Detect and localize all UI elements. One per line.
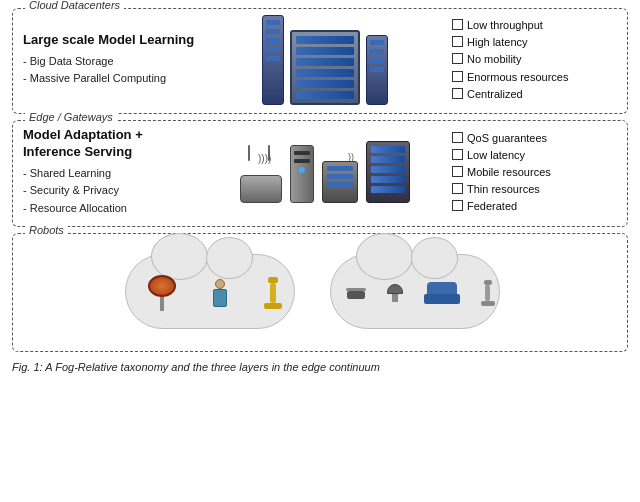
person-body [213,289,227,307]
checklist-label: Centralized [467,86,523,103]
checkbox-icon [452,19,463,30]
antenna-left [248,145,250,161]
edge-checklist-item-4: Thin resources [452,181,617,198]
device-line [327,166,353,171]
edge-content: Model Adaptation + Inference Serving Sha… [23,127,617,218]
checklist-item-2: High latency [452,34,617,51]
autonomous-car [424,282,460,304]
checkbox-icon [452,149,463,160]
edge-visual: )))) )) [206,137,444,207]
server-line [266,56,280,61]
datacenter-illustration [262,15,388,105]
rack-slot [371,176,405,183]
robot-icons-left [130,256,300,331]
cloud-bullet-1: Big Data Storage [23,53,198,71]
rack-unit [296,36,354,44]
checkbox-icon [452,53,463,64]
checkbox-icon [452,132,463,143]
checkbox-icon [452,88,463,99]
camera-mount [392,294,398,302]
edge-bullet-3: Resource Allocation [23,200,198,218]
server-rack-main [290,30,360,105]
car-body [424,294,460,304]
robot-icons-right [335,256,505,331]
checklist-label: No mobility [467,51,521,68]
server-line [370,58,384,63]
checklist-label: Thin resources [467,181,540,198]
arm-body [485,285,490,301]
server-line [370,67,384,72]
person-head [215,279,225,289]
rack-slot [371,166,405,173]
checklist-item-1: Low throughput [452,17,617,34]
checklist-item-3: No mobility [452,51,617,68]
checklist-item-5: Centralized [452,86,617,103]
checklist-label: Enormous resources [467,69,569,86]
cloud-left: Large scale Model Learning Big Data Stor… [23,32,198,88]
cloud-label: Cloud Datacenters [25,0,124,11]
drone-body [347,291,365,299]
arm-robot-gray [481,280,495,306]
server-line [266,20,280,25]
power-light [299,167,305,173]
edge-checklist: QoS guarantees Low latency Mobile resour… [452,130,617,215]
device-line [327,174,353,179]
drone-figure [346,288,366,299]
checklist-label: Low throughput [467,17,543,34]
cloud-bullet-2: Massive Parallel Computing [23,70,198,88]
router-device: )))) [240,145,282,203]
robots-label: Robots [25,224,68,236]
rack-unit [296,58,354,66]
edge-checklist-item-1: QoS guarantees [452,130,617,147]
arm-body [270,283,276,303]
drive-slot [294,159,310,163]
rack-slot [371,156,405,163]
server-line [266,47,280,52]
checklist-label: Mobile resources [467,164,551,181]
cloud-group-left [125,244,310,339]
gateway-device: )) [322,161,358,203]
rack-unit [296,91,354,99]
checklist-label: QoS guarantees [467,130,547,147]
tower-pc [290,145,314,203]
checklist-item-4: Enormous resources [452,69,617,86]
car-top [427,282,457,294]
server-line [266,29,280,34]
wifi-icon: )))) [258,153,271,164]
rack-unit [296,47,354,55]
cloud-content: Large scale Model Learning Big Data Stor… [23,15,617,105]
mini-rack-server [366,141,410,203]
figure-caption: Fig. 1: A Fog-Relative taxonomy and the … [12,360,628,375]
checkbox-icon [452,36,463,47]
arm-robot-yellow [264,277,282,309]
cloud-title: Large scale Model Learning [23,32,198,49]
edge-checklist-item-5: Federated [452,198,617,215]
rack-slot [371,186,405,193]
cloud-visual [206,15,444,105]
checklist-label: Low latency [467,147,525,164]
checklist-label: High latency [467,34,528,51]
cloud-group-right [330,244,515,339]
server-line [370,49,384,54]
surgery-robot-arm1 [160,297,164,311]
arm-base [481,301,495,306]
server-unit-2 [366,35,388,105]
edge-checklist-item-3: Mobile resources [452,164,617,181]
camera-dome [387,284,403,294]
edge-checklist-item-2: Low latency [452,147,617,164]
rack-unit [296,80,354,88]
rack-slot [371,146,405,153]
edge-section: Edge / Gateways Model Adaptation + Infer… [12,120,628,227]
edge-bullets: Shared Learning Security & Privacy Resou… [23,165,198,218]
cloud-section: Cloud Datacenters Large scale Model Lear… [12,8,628,114]
cloud-checklist: Low throughput High latency No mobility … [452,17,617,102]
drive-slot [294,151,310,155]
cloud-bullets: Big Data Storage Massive Parallel Comput… [23,53,198,88]
edge-title: Model Adaptation + Inference Serving [23,127,198,161]
checkbox-icon [452,200,463,211]
security-camera [387,284,403,302]
surgery-robot [148,275,176,311]
device-line [327,182,353,187]
wifi-signal-icon: )) [348,152,354,162]
surgery-robot-body [148,275,176,297]
